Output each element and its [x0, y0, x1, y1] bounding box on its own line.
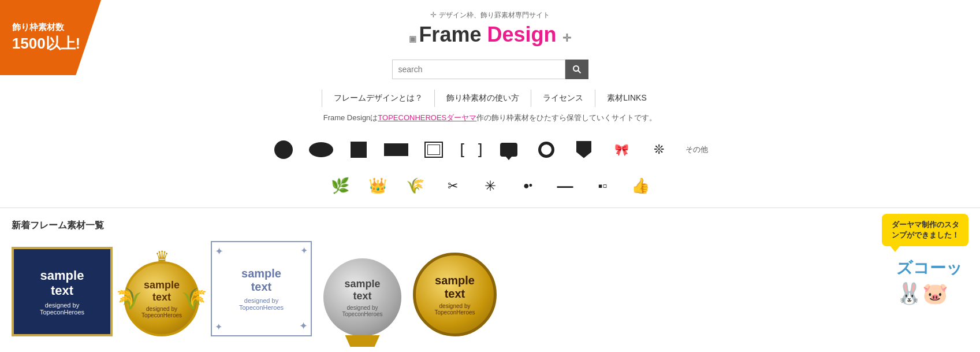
desc-link[interactable]: TOPECONHEROESダーヤマ: [378, 113, 476, 122]
sticker-image: ズコーッ 🐰🐷: [896, 257, 963, 306]
wreath-shape: 🌾: [406, 177, 424, 195]
speech-bubble-shape: [500, 143, 517, 157]
other-label: その他: [685, 144, 708, 155]
frame-card-5[interactable]: sampletext designed byTopeconHeroes: [413, 253, 497, 336]
logo-pink-text: Design: [487, 23, 556, 46]
section-title: 新着フレーム素材一覧: [12, 220, 968, 232]
search-container: [0, 60, 980, 79]
icon-snowflake[interactable]: ❊: [643, 134, 675, 165]
icon-circle[interactable]: [268, 134, 300, 165]
sticker-character: 🐰🐷: [896, 281, 963, 306]
frame4-ribbon: [345, 335, 380, 347]
nav-menu: フレームデザインとは？ 飾り枠素材の使い方 ライセンス 素材LINKS: [0, 90, 980, 107]
frame5-sample-small: designed byTopeconHeroes: [434, 303, 475, 316]
ribbon-shape: 🎀: [614, 143, 629, 157]
circle-shape: [274, 140, 293, 159]
icon-crown[interactable]: 👑: [362, 170, 393, 202]
icon-rect[interactable]: [381, 134, 412, 165]
frame4-inner: sampletext designed byTopeconHeroes: [323, 258, 401, 336]
search-icon: [572, 65, 582, 74]
desc-prefix: Frame Designは: [323, 113, 378, 122]
sticker-balloon-text: ダーヤマ制作のスタンプができました！: [892, 220, 959, 239]
line-shape: —: [557, 177, 573, 195]
logo-subtitle: ✛ デザイン枠、飾り罫素材専門サイト: [0, 10, 980, 20]
icon-row-2: 🌿 👑 🌾 ✂ ✳ ●• — ▪▫ 👍: [0, 170, 980, 202]
frame3-corner-tr: ✦: [300, 245, 308, 256]
nav-item-links[interactable]: 素材LINKS: [595, 90, 658, 107]
frame1-inner: sampletext designed byTopeconHeroes: [12, 247, 113, 336]
logo-area: ✛ デザイン枠、飾り罫素材専門サイト ▣ Frame Design ✛: [0, 0, 980, 53]
frame3-corner-bl: ✦: [215, 321, 222, 332]
bracket-shape: [ ]: [458, 141, 485, 158]
icon-leaf[interactable]: 🌿: [324, 170, 356, 202]
oval-shape: [309, 142, 333, 157]
frame-card-2[interactable]: ♛ 🌾 🌾 sampletext designed byTopeconHeroe…: [124, 261, 199, 336]
thumbup-shape: 👍: [631, 177, 650, 195]
frame2-wreath-left: 🌾: [116, 287, 142, 311]
badge-text: 飾り枠素材数 1500以上!: [12, 21, 81, 54]
site-description: Frame DesignはTOPECONHEROESダーヤマ作の飾り枠素材をひた…: [0, 113, 980, 123]
icon-oval[interactable]: [305, 134, 337, 165]
cross-decoration: ✛: [430, 10, 439, 19]
frame-shape: [424, 142, 443, 158]
frame5-sample-large: sampletext: [435, 274, 475, 301]
icon-thumbup[interactable]: 👍: [624, 170, 656, 202]
rect-shape: [384, 143, 408, 156]
nav-item-license[interactable]: ライセンス: [531, 90, 595, 107]
icon-ring[interactable]: [531, 134, 562, 165]
inner-frame: [427, 144, 440, 155]
logo-icon: ▣: [409, 34, 419, 43]
icon-shield[interactable]: [568, 134, 600, 165]
frame1-sample-small: designed byTopeconHeroes: [40, 302, 84, 316]
frame2-crown-icon: ♛: [155, 247, 169, 266]
icon-other[interactable]: その他: [681, 134, 713, 165]
search-button[interactable]: [565, 60, 588, 79]
snowflake-shape: ❊: [654, 142, 664, 157]
frame-card-4[interactable]: sampletext designed byTopeconHeroes: [323, 258, 401, 336]
logo-title: ▣ Frame Design ✛: [0, 23, 980, 47]
icon-row-1: [ ] 🎀 ❊ その他: [0, 134, 980, 165]
icon-speech-bubble[interactable]: [493, 134, 525, 165]
icon-square[interactable]: [343, 134, 375, 165]
frame2-inner: ♛ 🌾 🌾 sampletext designed byTopeconHeroe…: [124, 261, 199, 336]
crown-shape: 👑: [368, 177, 387, 195]
pattern-shape: ▪▫: [598, 179, 608, 194]
frame2-sample-small: designed byTopeconHeroes: [141, 306, 182, 318]
frame2-wreath-right: 🌾: [181, 287, 207, 311]
frame-card-1[interactable]: sampletext designed byTopeconHeroes: [12, 247, 113, 336]
icon-line[interactable]: —: [549, 170, 581, 202]
icon-star-outline[interactable]: ✳: [474, 170, 506, 202]
bow-shape: ✂: [448, 179, 458, 194]
section-divider: [0, 208, 980, 208]
icon-pattern[interactable]: ▪▫: [587, 170, 618, 202]
icon-ribbon[interactable]: 🎀: [606, 134, 638, 165]
nav-item-usage[interactable]: 飾り枠素材の使い方: [435, 90, 531, 107]
frame5-inner: sampletext designed byTopeconHeroes: [413, 253, 497, 336]
square-shape: [351, 142, 367, 158]
frame2-sample-large: sampletext: [144, 279, 180, 303]
new-frames-section: 新着フレーム素材一覧 sampletext designed byTopecon…: [0, 214, 980, 348]
sticker-balloon: ダーヤマ制作のスタンプができました！: [882, 214, 968, 246]
dots-shape: ●•: [523, 180, 532, 192]
logo-black-text: Frame: [419, 23, 481, 46]
frames-row: sampletext designed byTopeconHeroes ♛ 🌾 …: [12, 241, 968, 336]
star-shape: ✳: [485, 178, 496, 194]
nav-item-about[interactable]: フレームデザインとは？: [322, 90, 435, 107]
frame3-sample-large: sampletext: [241, 267, 281, 294]
icon-wreath[interactable]: 🌾: [399, 170, 431, 202]
icon-bow[interactable]: ✂: [437, 170, 468, 202]
icon-dots[interactable]: ●•: [512, 170, 543, 202]
frame3-inner: ✦ ✦ sampletext designed byTopeconHeroes: [211, 241, 312, 336]
frame1-sample-large: sampletext: [40, 268, 84, 298]
logo-cross-right: ✛: [562, 32, 571, 44]
frame3-sample-small: designed byTopeconHeroes: [239, 297, 284, 311]
icon-frame[interactable]: [418, 134, 450, 165]
frame4-sample-large: sampletext: [344, 278, 380, 302]
icon-bracket[interactable]: [ ]: [456, 134, 487, 165]
shield-shape: [576, 141, 591, 158]
frame4-sample-small: designed byTopeconHeroes: [342, 305, 382, 317]
leaf-shape: 🌿: [331, 177, 349, 195]
search-input[interactable]: [392, 60, 565, 79]
ring-shape: [538, 142, 554, 158]
frame-card-3[interactable]: ✦ ✦ sampletext designed byTopeconHeroes: [211, 241, 312, 336]
